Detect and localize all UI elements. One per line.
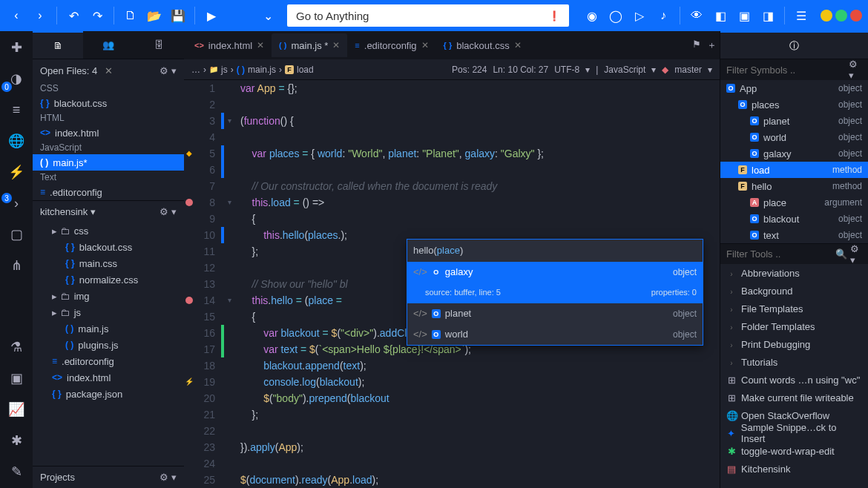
chart-icon[interactable]: 📈 — [6, 399, 27, 420]
crumb-file[interactable]: main.js — [248, 65, 276, 75]
file-item[interactable]: { }normalize.css — [33, 271, 184, 288]
back-button[interactable]: ‹ — [6, 5, 27, 26]
file-item[interactable]: <>index.html — [33, 369, 184, 386]
symbol-item[interactable]: Floadmethod — [720, 162, 868, 178]
crumb-symbol[interactable]: load — [297, 65, 314, 75]
flag-icon[interactable]: ⚑ — [692, 39, 701, 52]
folder-item[interactable]: ▸ 🗀css — [33, 222, 184, 239]
record-button[interactable]: ◉ — [582, 5, 602, 26]
file-item[interactable]: { }main.css — [33, 255, 184, 271]
new-file-button[interactable]: 🗋 — [120, 5, 141, 26]
close-tab-icon[interactable]: ✕ — [514, 40, 522, 50]
search-icon[interactable]: 🔍 — [835, 248, 847, 260]
symbol-item[interactable]: OAppobject — [720, 80, 868, 96]
close-button[interactable] — [850, 10, 862, 22]
symbol-item[interactable]: Oplanetobject — [720, 113, 868, 129]
layout-center-icon[interactable]: ▣ — [734, 5, 754, 26]
symbol-item[interactable]: Oplacesobject — [720, 96, 868, 113]
tool-item[interactable]: ›Print Debugging — [720, 335, 868, 353]
layout-right-icon[interactable]: ◨ — [757, 5, 778, 26]
run-button[interactable]: ▷ — [629, 5, 650, 26]
status-encoding[interactable]: UTF-8 — [554, 65, 579, 75]
edit-icon[interactable]: ✎ — [6, 461, 27, 482]
open-file-item[interactable]: ( )main.js* — [33, 154, 184, 171]
folder-item[interactable]: ▸ 🗀img — [33, 288, 184, 304]
close-tab-icon[interactable]: ✕ — [421, 40, 429, 50]
tool-item[interactable]: ›Tutorials — [720, 353, 868, 371]
file-item[interactable]: ≡.editorconfig — [33, 353, 184, 369]
tool-item[interactable]: ›Folder Templates — [720, 317, 868, 335]
status-branch[interactable]: master — [674, 65, 702, 75]
macro-button[interactable]: ♪ — [653, 5, 674, 26]
gear-icon[interactable]: ⚙ ▾ — [160, 65, 177, 76]
open-file-item[interactable]: <>index.html — [33, 125, 184, 141]
globe-icon[interactable]: 🌐 — [6, 131, 27, 151]
add-tab-icon[interactable]: ＋ — [707, 39, 717, 52]
symbol-item[interactable]: Aplaceargument — [720, 194, 868, 211]
tool-item[interactable]: ⊞Count words …n using "wc" — [720, 371, 868, 389]
file-item[interactable]: { }package.json — [33, 386, 184, 402]
save-button[interactable]: 💾 — [168, 5, 188, 26]
tool-item[interactable]: ✦Sample Snippe…ck to Insert — [720, 424, 868, 442]
tab-info[interactable]: ⓘ — [720, 31, 868, 59]
dropdown-button[interactable]: ⌄ — [257, 5, 278, 26]
tool-item[interactable]: ›Abbreviations — [720, 264, 868, 282]
add-button[interactable]: ✚ — [6, 37, 27, 58]
filter-symbols-input[interactable] — [720, 61, 849, 79]
symbol-item[interactable]: Otextobject — [720, 227, 868, 243]
gear-icon[interactable]: ⚙ ▾ — [849, 59, 864, 81]
stop-button[interactable]: ◯ — [605, 5, 626, 26]
editor-tab[interactable]: ( )main.js *✕ — [272, 33, 347, 57]
tab-files[interactable]: 🗎 — [33, 31, 83, 59]
terminal-icon[interactable]: ▣ — [6, 368, 27, 389]
filter-tools-input[interactable] — [720, 245, 835, 263]
forward-button[interactable]: › — [30, 5, 50, 26]
close-openfiles[interactable]: ✕ — [102, 65, 113, 76]
code-editor[interactable]: ◆⚡ 1234567891011121314151617181920212223… — [184, 80, 720, 488]
symbol-item[interactable]: Oblackoutobject — [720, 211, 868, 227]
marks-icon[interactable]: 0◑ — [6, 68, 27, 89]
crumb-folder[interactable]: js — [221, 65, 228, 75]
projects-header[interactable]: Projects ⚙ ▾ — [33, 466, 184, 488]
maximize-button[interactable] — [835, 10, 847, 22]
folder-item[interactable]: ▸ 🗀js — [33, 304, 184, 320]
editor-tab[interactable]: ≡.editorconfig✕ — [347, 33, 435, 57]
nav-icon[interactable]: ≡ — [6, 99, 27, 120]
open-file-button[interactable]: 📂 — [144, 5, 165, 26]
redo-button[interactable]: ↷ — [87, 5, 108, 26]
tab-users[interactable]: 👥 — [83, 31, 134, 59]
symbol-item[interactable]: Ogalaxyobject — [720, 145, 868, 162]
bolt-icon[interactable]: ⚡ — [6, 162, 27, 182]
editor-tab[interactable]: <>index.html✕ — [187, 33, 272, 57]
autocomplete-popup[interactable]: hello(place) </>Ogalaxyobjectsource: buf… — [407, 239, 703, 346]
autocomplete-item[interactable]: </>Oplanetobject — [407, 303, 703, 324]
tool-item[interactable]: ›File Templates — [720, 300, 868, 317]
file-item[interactable]: ( )main.js — [33, 320, 184, 337]
gear-icon[interactable]: ⚙ ▾ — [160, 472, 177, 483]
changes-icon[interactable]: 3› — [6, 193, 27, 214]
gear-icon[interactable]: ⚙ ▾ — [850, 243, 864, 266]
close-tab-icon[interactable]: ✕ — [257, 40, 264, 50]
layout-left-icon[interactable]: ◧ — [710, 5, 731, 26]
editor-tab[interactable]: { }blackout.css✕ — [436, 33, 529, 57]
close-tab-icon[interactable]: ✕ — [332, 40, 340, 50]
play-button[interactable]: ▶ — [201, 5, 222, 26]
symbol-item[interactable]: Oworldobject — [720, 129, 868, 145]
flask-icon[interactable]: ⚗ — [6, 337, 27, 357]
autocomplete-item[interactable]: </>Ogalaxyobject — [407, 262, 703, 283]
tool-item[interactable]: ›Background — [720, 282, 868, 300]
tab-database[interactable]: 🗄 — [134, 31, 184, 59]
tool-item[interactable]: ▤Kitchensink — [720, 460, 868, 478]
eye-icon[interactable]: 👁 — [686, 5, 707, 26]
open-file-item[interactable]: ≡.editorconfig — [33, 184, 184, 200]
undo-button[interactable]: ↶ — [63, 5, 84, 26]
goto-input[interactable]: Go to Anything ❗ — [287, 4, 569, 27]
minimize-button[interactable] — [821, 10, 832, 22]
symbol-item[interactable]: Fhellomethod — [720, 178, 868, 194]
menu-icon[interactable]: ☰ — [791, 5, 812, 26]
share-icon[interactable]: ⋔ — [6, 255, 27, 276]
star-icon[interactable]: ✱ — [6, 430, 27, 451]
file-item[interactable]: { }blackout.css — [33, 239, 184, 255]
status-language[interactable]: JavaScript — [604, 65, 645, 75]
gear-icon[interactable]: ⚙ ▾ — [160, 206, 177, 217]
